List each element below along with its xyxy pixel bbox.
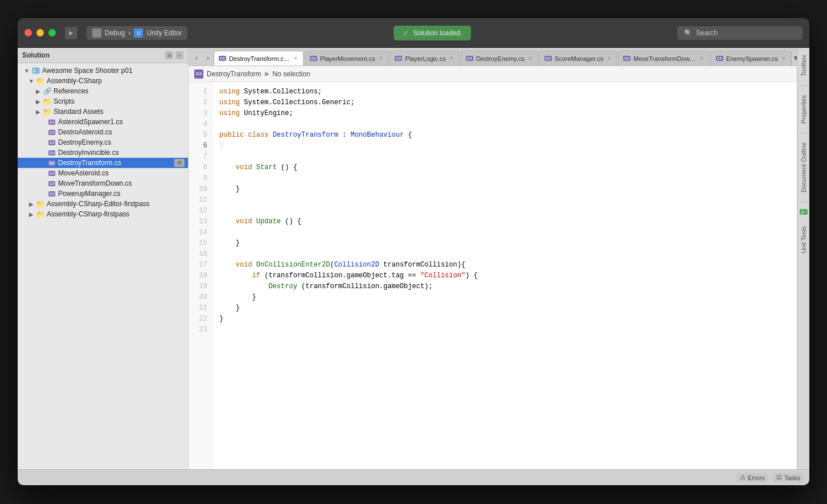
sidebar-close-button[interactable]: × [175,51,183,59]
csfile-icon-asteroidspawner: C# [47,118,56,126]
sidebar-item-destroasteroid[interactable]: ▶ C# DestroAsteroid.cs [18,127,188,137]
folder-icon-standard: 📁 [43,108,52,116]
play-button[interactable]: ▶ [65,27,77,39]
tab-label-movetransformdown: MoveTransformDow… [633,55,696,62]
errors-button[interactable]: ⚠ Errors [736,473,768,482]
sidebar-item-assembly-first[interactable]: ▶ 📁 Assembly-CSharp-firstpass [18,209,188,219]
sidebar-item-references[interactable]: ▶ 🔗 References [18,86,188,96]
sidebar-item-asteroidspawner[interactable]: ▶ C# AsteroidSpawner1.cs [18,117,188,127]
sidebar-item-powerupmanager[interactable]: ▶ C# PowerupManager.cs [18,189,188,199]
sidebar-item-label-asteroidspawner: AsteroidSpawner1.cs [58,118,122,126]
sidebar-item-label-destroyinvincible: DestroyInvincible.cs [58,149,119,157]
tree-arrow-assembly-first: ▶ [27,211,36,218]
minimize-button[interactable] [36,29,44,36]
sidebar-item-label-destroyenemy: DestroyEnemy.cs [58,138,111,146]
tab-movetransformdown[interactable]: C# MoveTransformDow… × [618,51,709,65]
file-settings-button[interactable]: ⚙ [174,159,185,167]
code-container[interactable]: 1 2 3 4 5 6 7 8 9 10 11 12 13 14 15 16 1 [189,82,797,469]
sidebar-header: Solution ⊟ × [18,48,188,63]
tab-close-movetransformdown[interactable]: × [699,55,705,62]
sidebar-item-destroytransform[interactable]: ▶ C# DestroyTransform.cs ⚙ [18,158,188,168]
sidebar-item-solution[interactable]: ▼ S Awesome Space Shooter p01 [18,65,188,76]
sidebar-item-assembly-csharp[interactable]: ▼ 📁 Assembly-CSharp [18,76,188,86]
titlebar: ▶ Debug › U Unity Editor ✓ Solution load… [18,18,809,48]
sidebar-dock-button[interactable]: ⊟ [165,51,173,59]
breadcrumb: C# DestroyTransform ▶ No selection [189,66,797,82]
line-num-9: 9 [189,173,212,184]
code-editor[interactable]: using System.Collections; using System.C… [212,82,797,469]
folder-icon-scripts: 📁 [43,97,52,105]
line-num-3: 3 [189,108,212,119]
tab-cs-icon-dt: C# [219,56,226,61]
tab-close-enemyspawner[interactable]: × [781,55,787,62]
folder-icon-assembly: 📁 [36,77,45,85]
line-num-21: 21 [189,303,212,314]
tab-label-destroyenemy: DestroyEnemy.cs [476,55,525,62]
unit-tests-icon: ✓ [799,207,809,217]
sidebar-item-label-scripts: Scripts [54,97,75,105]
main-content: Solution ⊟ × ▼ S Awesome Space Shooter p… [18,48,809,469]
sidebar-item-assembly-editor[interactable]: ▶ 📁 Assembly-CSharp-Editor-firstpass [18,199,188,209]
sidebar-item-scripts[interactable]: ▶ 📁 Scripts [18,96,188,106]
right-panel: Toolbox Properties Document Outline ✓ Un… [797,48,809,469]
tab-close-destroytransform[interactable]: × [293,55,298,62]
breadcrumb-selection[interactable]: No selection [273,70,310,78]
tab-cs-icon-mtd: C# [623,56,631,61]
sidebar-item-destroyenemy[interactable]: ▶ C# DestroyEnemy.cs [18,137,188,147]
sidebar-item-label-assembly-editor: Assembly-CSharp-Editor-firstpass [47,200,150,208]
tab-cs-icon-sm: C# [544,56,552,61]
line-num-6: 6 [189,141,212,151]
tab-close-destroyenemy[interactable]: × [527,55,533,62]
line-num-1: 1 [189,87,212,97]
search-bar[interactable]: 🔍 Search [677,26,803,40]
editor-area: ‹ › C# DestroyTransform.c… × C# PlayerMo… [189,48,797,469]
properties-panel-label[interactable]: Properties [800,91,807,128]
csfile-icon-destroyinvincible: C# [47,149,56,157]
tab-close-playerlogic[interactable]: × [449,55,455,62]
sidebar-tree: ▼ S Awesome Space Shooter p01 ▼ 📁 Assemb… [18,63,188,469]
tab-playermovement[interactable]: C# PlayerMovement.cs × [305,51,388,65]
sidebar-item-label-assembly-first: Assembly-CSharp-firstpass [47,210,129,218]
sidebar-item-moveasteroid[interactable]: ▶ C# MoveAsteroid.cs [18,168,188,178]
tab-enemyspawner[interactable]: C# EnemySpawner.cs × [711,51,792,65]
breadcrumb-class[interactable]: DestroyTransform [207,70,261,78]
sidebar-item-movetransformdown[interactable]: ▶ C# MoveTransformDown.cs [18,178,188,189]
tab-cs-icon-pl: C# [395,56,402,61]
line-num-5: 5 [189,130,212,141]
solution-status: ✓ Solution loaded. [394,26,471,40]
line-num-2: 2 [189,97,212,108]
csfile-icon-destroasteroid: C# [47,128,56,136]
line-num-12: 12 [189,206,212,216]
tab-cs-icon-pm: C# [310,56,317,61]
maximize-button[interactable] [48,29,56,36]
sidebar-item-standard-assets[interactable]: ▶ 📁 Standard Assets [18,106,188,117]
tab-cs-icon-es: C# [716,56,723,61]
document-outline-panel-label[interactable]: Document Outline [800,138,807,197]
tab-close-playermovement[interactable]: × [378,55,384,62]
tab-next-button[interactable]: › [202,51,214,65]
tree-arrow-references: ▶ [34,88,43,95]
tree-arrow-assembly: ▼ [27,78,36,84]
tab-destroyenemy[interactable]: C# DestroyEnemy.cs × [461,51,538,65]
tab-playerlogic[interactable]: C# PlayerLogic.cs × [390,51,459,65]
references-icon: 🔗 [43,87,52,95]
line-numbers: 1 2 3 4 5 6 7 8 9 10 11 12 13 14 15 16 1 [189,82,212,469]
unit-tests-panel-label[interactable]: Unit Tests [800,222,807,258]
toolbox-panel-label[interactable]: Toolbox [800,50,807,81]
tab-overflow-button[interactable]: ▼ [793,51,797,65]
main-window: ▶ Debug › U Unity Editor ✓ Solution load… [18,18,809,485]
sidebar-item-label-movetransformdown: MoveTransformDown.cs [58,179,132,187]
search-icon: 🔍 [684,29,693,37]
tab-destroytransform[interactable]: C# DestroyTransform.c… × [214,51,304,65]
close-button[interactable] [24,29,32,36]
tasks-button[interactable]: ☑ Tasks [773,473,804,482]
debug-path[interactable]: Debug › U Unity Editor [87,26,187,40]
window-controls [24,29,56,36]
tab-prev-button[interactable]: ‹ [191,51,202,65]
folder-icon-assembly-editor: 📁 [36,200,45,208]
errors-icon: ⚠ [740,474,746,481]
tab-close-scoremanager[interactable]: × [606,55,612,62]
tab-scoremanager[interactable]: C# ScoreManager.cs × [539,51,617,65]
sidebar-item-destroyinvincible[interactable]: ▶ C# DestroyInvincible.cs [18,147,188,158]
line-num-10: 10 [189,184,212,195]
